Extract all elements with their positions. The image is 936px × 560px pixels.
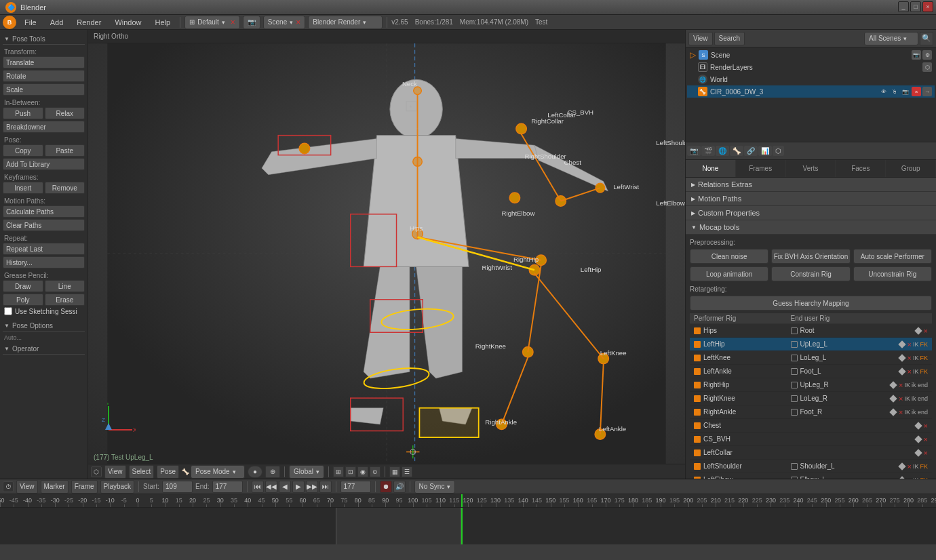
remove-mapping-icon[interactable]: × <box>908 367 912 376</box>
tab-group[interactable]: Group <box>886 160 936 177</box>
props-icon-obj[interactable]: 🦴 <box>730 146 743 156</box>
history-btn[interactable]: History... <box>3 256 85 268</box>
draw-type-btn[interactable]: ▦ <box>389 466 400 477</box>
render-layers-item[interactable]: 🎞 RenderLayers ⬡ <box>687 61 935 73</box>
remove-btn[interactable]: Remove <box>45 182 85 194</box>
proportional-type-btn[interactable]: ⊙ <box>370 466 381 477</box>
end-frame-input[interactable] <box>212 481 243 493</box>
remove-mapping-icon[interactable]: × <box>924 327 928 335</box>
relax-btn[interactable]: Relax <box>45 107 85 119</box>
window-controls[interactable]: _ □ × <box>898 1 933 12</box>
mocap-tools-header[interactable]: Mocap tools <box>686 220 936 235</box>
scene-tree-item[interactable]: ▷ S Scene 📷 ⚙ <box>687 49 935 61</box>
timeline-marker-btn[interactable]: Marker <box>41 480 69 494</box>
remove-mapping-icon[interactable]: × <box>908 476 912 479</box>
remove-mapping-icon[interactable]: × <box>924 449 928 457</box>
menu-window[interactable]: Window <box>109 17 147 28</box>
fix-bvh-btn[interactable]: Fix BVH Axis Orientation <box>771 249 850 264</box>
menu-file[interactable]: File <box>19 17 42 28</box>
scene-selector[interactable]: Scene ▾ × <box>263 16 305 29</box>
retarget-row[interactable]: LeftAnkleFoot_L×IKFK <box>690 365 932 378</box>
auto-scale-btn[interactable]: Auto scale Performer <box>853 249 932 264</box>
transform-orientation-btn[interactable]: ⊕ <box>265 466 280 478</box>
search-icon[interactable]: 🔍 <box>920 32 933 45</box>
step-forward-btn[interactable]: ▶▶ <box>306 481 318 493</box>
timeline-frame-btn[interactable]: Frame <box>71 480 98 494</box>
retarget-row[interactable]: LeftHipUpLeg_L×IKFK <box>690 338 932 351</box>
playhead[interactable] <box>461 494 463 507</box>
line-btn[interactable]: Line <box>45 280 85 292</box>
tab-frames[interactable]: Frames <box>736 160 786 177</box>
remove-mapping-icon[interactable]: × <box>899 408 903 416</box>
timeline-playback-btn[interactable]: Playback <box>100 480 135 494</box>
clear-paths-btn[interactable]: Clear Paths <box>3 219 85 231</box>
retarget-row[interactable]: LeftShoulderShoulder_L×IKFK <box>690 460 932 473</box>
snap-btn[interactable]: ⊞ <box>333 466 344 477</box>
tab-faces[interactable]: Faces <box>836 160 886 177</box>
obj-vis-icon[interactable]: 👁 <box>879 87 889 96</box>
obj-cursor-icon[interactable]: 🖱 <box>890 87 899 96</box>
viewport-options-btn[interactable]: ● <box>248 466 262 478</box>
renderer-selector[interactable]: Blender Render ▾ <box>308 16 383 29</box>
repeat-last-btn[interactable]: Repeat Last <box>3 243 85 255</box>
timeline-body[interactable] <box>0 508 936 544</box>
obj-del-icon[interactable]: × <box>912 87 921 96</box>
pose-options-header[interactable]: Pose Options <box>3 319 85 332</box>
world-item[interactable]: 🌐 World <box>687 73 935 85</box>
tab-none[interactable]: None <box>686 160 736 177</box>
add-to-library-btn[interactable]: Add To Library <box>3 158 85 170</box>
obj-move-icon[interactable]: → <box>922 87 932 96</box>
retarget-row[interactable]: HipsRoot× <box>690 324 932 338</box>
constrain-rig-btn[interactable]: Constrain Rig <box>771 266 850 281</box>
tab-verts[interactable]: Verts <box>786 160 836 177</box>
menu-add[interactable]: Add <box>45 17 69 28</box>
retarget-row[interactable]: LeftCollar× <box>690 446 932 460</box>
sketching-checkbox[interactable] <box>4 307 12 315</box>
remove-mapping-icon[interactable]: × <box>924 422 928 430</box>
guess-mapping-btn[interactable]: Guess Hiearchy Mapping <box>690 296 932 311</box>
close-btn[interactable]: × <box>922 1 933 12</box>
camera-btn[interactable]: 📷 <box>243 16 260 29</box>
retarget-row[interactable]: CS_BVH× <box>690 433 932 446</box>
loop-animation-btn[interactable]: Loop animation <box>690 266 768 281</box>
pose-menu-btn[interactable]: Pose <box>157 465 179 479</box>
scene-render-icon[interactable]: 📷 <box>912 50 921 60</box>
layout-close-icon[interactable]: × <box>231 18 235 27</box>
select-menu-btn[interactable]: Select <box>129 465 155 479</box>
layout-selector[interactable]: ⊞ Default ▾ × <box>184 16 240 29</box>
paste-btn[interactable]: Paste <box>45 144 85 157</box>
object-item[interactable]: 🦴 CIR_0006_DW_3 👁 🖱 📷 × → <box>687 85 935 98</box>
props-icon-material[interactable]: ⬡ <box>773 146 784 156</box>
retarget-row[interactable]: RightHipUpLeg_R×IKik end <box>690 378 932 392</box>
timeline-view-btn[interactable]: View <box>16 480 38 494</box>
erase-btn[interactable]: Erase <box>45 294 85 306</box>
motion-paths-header[interactable]: Motion Paths <box>686 192 936 206</box>
audio-sync-btn[interactable]: 🔊 <box>393 481 406 493</box>
record-btn[interactable]: ⏺ <box>380 481 392 493</box>
menu-help[interactable]: Help <box>150 17 176 28</box>
remove-mapping-icon[interactable]: × <box>899 381 903 389</box>
minimize-btn[interactable]: _ <box>898 1 909 12</box>
scale-btn[interactable]: Scale <box>3 83 85 96</box>
poly-btn[interactable]: Poly <box>3 294 43 306</box>
remove-mapping-icon[interactable]: × <box>908 462 912 471</box>
props-icon-scene[interactable]: 🎬 <box>701 146 715 156</box>
retarget-row[interactable]: LeftElbowElbow_L×IKFK <box>690 473 932 479</box>
remove-mapping-icon[interactable]: × <box>908 354 912 362</box>
menu-render[interactable]: Render <box>71 17 106 28</box>
view-btn[interactable]: View <box>688 32 713 45</box>
timeline-icon[interactable]: ⏱ <box>3 481 14 492</box>
obj-render-icon[interactable]: 📷 <box>901 87 910 96</box>
retarget-row[interactable]: LeftKneeLoLeg_L×IKFK <box>690 351 932 365</box>
operator-header[interactable]: Operator <box>3 342 85 355</box>
props-icon-constraints[interactable]: 🔗 <box>744 146 758 156</box>
maximize-btn[interactable]: □ <box>910 1 921 12</box>
props-icon-render[interactable]: 📷 <box>687 146 701 156</box>
push-btn[interactable]: Push <box>3 107 43 119</box>
overlay-btn[interactable]: ☰ <box>402 466 412 477</box>
proportional-btn[interactable]: ◉ <box>357 466 368 477</box>
scene-dropdown[interactable]: All Scenes ▾ <box>864 32 918 45</box>
insert-btn[interactable]: Insert <box>3 182 43 194</box>
play-btn[interactable]: ▶ <box>292 481 305 493</box>
unconstrain-rig-btn[interactable]: Unconstrain Rig <box>853 266 932 281</box>
